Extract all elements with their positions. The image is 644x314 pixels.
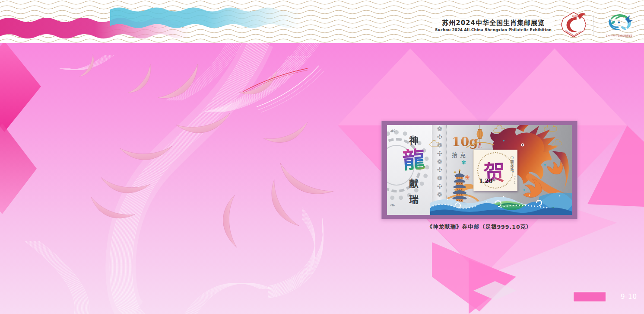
dragon-logo-caption: 苏州2024中华全国生肖集邮展览	[606, 34, 632, 36]
dragon-stamp: 贺 1.20元 中国邮政 CHINA	[473, 150, 517, 191]
ocean-waves-art	[430, 188, 572, 215]
dragon-logo-icon	[605, 13, 633, 33]
title-char: 神	[401, 133, 427, 147]
booklet-page: 苏州2024中华全国生肖集邮展览 Suzhou 2024 All-China S…	[0, 0, 644, 314]
exhibition-title-cn: 苏州2024中华全国生肖集邮展览	[435, 18, 552, 27]
silver-sheet: ☙ ❧ 神 龍 献 瑞 ❁✣❁✣❁✣❁✣❁✣❁✣❁ 10g 拾克	[387, 125, 572, 215]
stamp-seal-logo: 2024 中国生肖集邮 中国·苏州	[560, 11, 587, 38]
banner-header: 苏州2024中华全国生肖集邮展览 Suzhou 2024 All-China S…	[432, 10, 639, 40]
stamp-postal-text: 中国邮政	[509, 156, 514, 173]
scroll-ornament-icon: ❧	[390, 201, 395, 209]
title-char: 瑞	[401, 192, 427, 205]
stamp-logo-year: 2024	[572, 15, 577, 17]
main-area: ☙ ❧ 神 龍 献 瑞 ❁✣❁✣❁✣❁✣❁✣❁✣❁ 10g 拾克	[0, 43, 644, 314]
exhibition-title-en: Suzhou 2024 All-China Shengxiao Philatel…	[435, 28, 552, 32]
sheet-caption: 《神龙献瑞》券中邮（足银999.10克）	[381, 222, 577, 231]
page-number: 9-10	[617, 293, 641, 301]
stamp-denomination: 1.20元	[479, 178, 495, 184]
title-char: 献	[401, 176, 427, 189]
scroll-ornament-icon: ☙	[390, 127, 396, 135]
stamp-country-text: CHINA	[514, 176, 516, 184]
logo-divider	[593, 15, 593, 35]
sheet-vertical-title: 神 龍 献 瑞	[401, 133, 427, 205]
exhibition-titles: 苏州2024中华全国生肖集邮展览 Suzhou 2024 All-China S…	[432, 17, 554, 33]
dragon-logo: 苏州2024中华全国生肖集邮展览	[599, 13, 639, 37]
left-edge-diamonds	[0, 43, 41, 214]
line-dragon	[25, 43, 323, 314]
title-char-dragon: 龍	[400, 147, 428, 173]
silver-sheet-frame: ☙ ❧ 神 龍 献 瑞 ❁✣❁✣❁✣❁✣❁✣❁✣❁ 10g 拾克	[381, 121, 577, 219]
page-tab-marker	[574, 292, 606, 301]
banner: 苏州2024中华全国生肖集邮展览 Suzhou 2024 All-China S…	[0, 0, 644, 43]
